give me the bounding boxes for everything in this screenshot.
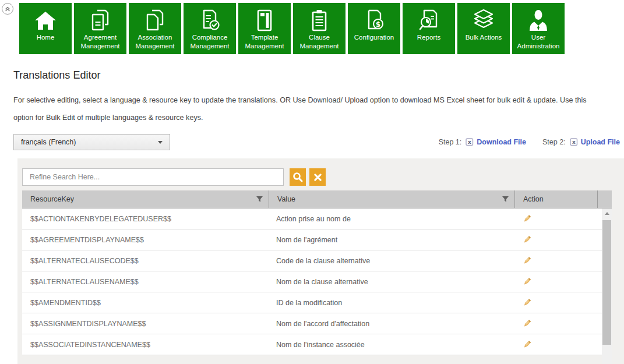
tile-label: Association Management xyxy=(129,33,181,50)
download-upload-steps: Step 1: x Download File Step 2: x Upload… xyxy=(439,138,620,146)
step1-label: Step 1: xyxy=(439,138,462,146)
table-row: $$ASSIGNMENTDISPLAYNAME$$ Nom de l'accor… xyxy=(22,313,612,334)
tile-label: Configuration xyxy=(348,33,400,42)
tile-association-management[interactable]: Association Management xyxy=(129,3,181,54)
value-cell: Nom de l'agrément xyxy=(269,236,515,244)
table-row: $$ASSOCIATEDINSTANCENAME$$ Nom de l'inst… xyxy=(22,334,612,355)
tile-label: Clause Management xyxy=(294,33,345,50)
svg-text:x: x xyxy=(468,139,471,145)
association-documents-icon xyxy=(142,8,168,33)
step2-label: Step 2: xyxy=(542,138,566,146)
header-resourcekey: ResourceKey xyxy=(22,190,269,208)
tile-label: Bulk Actions xyxy=(458,33,509,42)
page-description: For selective editing, select a language… xyxy=(13,91,608,126)
triangle-up-icon xyxy=(605,212,609,215)
filter-funnel-icon[interactable] xyxy=(256,196,263,203)
translations-panel: ResourceKey Value Action $$ACTIONTA xyxy=(17,158,624,364)
close-icon xyxy=(314,174,322,181)
value-cell: ID de la modification xyxy=(269,299,515,307)
tile-configuration[interactable]: $ Configuration xyxy=(348,3,400,54)
tile-user-administration[interactable]: User Administration xyxy=(512,3,565,54)
search-input[interactable] xyxy=(22,168,284,186)
table-row: $$ALTERNATECLAUSENAME$$ Nom de la clause… xyxy=(22,271,612,292)
tile-template-management[interactable]: Template Management xyxy=(238,3,291,54)
reports-magnifier-document-icon xyxy=(416,8,442,33)
header-action: Action xyxy=(515,190,598,208)
tile-reports[interactable]: Reports xyxy=(403,3,455,54)
tile-agreement-management[interactable]: Agreement Management xyxy=(74,3,126,54)
value-cell: Nom de la clause alternative xyxy=(269,278,515,286)
language-dropdown[interactable]: français (French) xyxy=(13,134,170,150)
configuration-dollar-document-icon: $ xyxy=(361,8,387,33)
resource-key-cell: $$ASSOCIATEDINSTANCENAME$$ xyxy=(22,341,269,349)
tile-label: Compliance Management xyxy=(184,33,235,50)
header-resourcekey-label: ResourceKey xyxy=(30,195,74,203)
translations-table: ResourceKey Value Action $$ACTIONTA xyxy=(22,190,612,355)
resource-key-cell: $$ALTERNATECLAUSECODE$$ xyxy=(22,257,269,265)
tile-bulk-actions[interactable]: Bulk Actions xyxy=(457,3,510,54)
download-file-link[interactable]: Download File xyxy=(477,138,526,146)
resource-key-cell: $$ASSIGNMENTDISPLAYNAME$$ xyxy=(22,320,269,328)
language-selected-value: français (French) xyxy=(14,138,158,146)
user-person-icon xyxy=(526,8,551,33)
tile-clause-management[interactable]: Clause Management xyxy=(293,3,346,54)
table-scrollbar[interactable] xyxy=(602,208,612,364)
edit-pencil-icon[interactable] xyxy=(523,235,531,244)
header-filler xyxy=(598,190,612,208)
scrollbar-thumb[interactable] xyxy=(602,220,611,345)
template-layout-icon xyxy=(252,8,277,33)
tile-label: Template Management xyxy=(239,33,290,50)
value-cell: Action prise au nom de xyxy=(269,215,515,223)
page-title: Translations Editor xyxy=(13,69,100,82)
value-cell: Nom de l'instance associée xyxy=(269,341,515,349)
home-icon xyxy=(33,8,58,33)
translations-editor-screen: Home Agreement Management Associatio xyxy=(0,0,624,364)
action-cell xyxy=(515,277,598,286)
clear-search-button[interactable] xyxy=(309,168,326,186)
table-header-row: ResourceKey Value Action xyxy=(22,190,612,208)
edit-pencil-icon[interactable] xyxy=(523,214,531,223)
resource-key-cell: $$AGREEMENTDISPLAYNAME$$ xyxy=(22,236,269,244)
dropdown-arrow-icon xyxy=(158,141,163,144)
action-cell xyxy=(515,235,598,244)
table-row: $$AGREEMENTDISPLAYNAME$$ Nom de l'agréme… xyxy=(22,229,612,250)
edit-pencil-icon[interactable] xyxy=(523,277,531,286)
edit-pencil-icon[interactable] xyxy=(523,340,531,349)
edit-pencil-icon[interactable] xyxy=(523,298,531,307)
svg-text:$: $ xyxy=(376,20,380,29)
bulk-actions-layers-icon xyxy=(471,8,496,33)
upload-file-link[interactable]: Upload File xyxy=(581,138,620,146)
tile-compliance-management[interactable]: Compliance Management xyxy=(184,3,236,54)
table-row: $$ACTIONTAKENBYDELEGATEDUSER$$ Action pr… xyxy=(22,208,612,229)
edit-pencil-icon[interactable] xyxy=(523,256,531,265)
agreement-documents-icon xyxy=(87,8,113,33)
edit-pencil-icon[interactable] xyxy=(523,319,531,328)
header-value-label: Value xyxy=(277,195,295,203)
table-row: $$ALTERNATECLAUSECODE$$ Code de la claus… xyxy=(22,250,612,271)
compliance-check-document-icon xyxy=(197,8,223,33)
action-cell xyxy=(515,256,598,265)
resource-key-cell: $$ALTERNATECLAUSENAME$$ xyxy=(22,278,269,286)
tile-label: Home xyxy=(20,33,71,42)
search-button[interactable] xyxy=(290,168,306,186)
scrollbar-up-button[interactable] xyxy=(602,208,612,218)
value-cell: Nom de l'accord d'affectation xyxy=(269,320,515,328)
value-cell: Code de la clause alternative xyxy=(269,257,515,265)
tile-label: Agreement Management xyxy=(75,33,126,50)
action-cell xyxy=(515,340,598,349)
action-cell xyxy=(515,214,598,223)
filter-funnel-icon[interactable] xyxy=(502,196,509,203)
tile-home[interactable]: Home xyxy=(19,3,72,54)
clause-clipboard-icon xyxy=(306,8,332,33)
resource-key-cell: $$ACTIONTAKENBYDELEGATEDUSER$$ xyxy=(22,215,269,223)
svg-text:x: x xyxy=(572,139,576,145)
chevron-double-up-icon xyxy=(4,5,11,12)
excel-file-icon: x xyxy=(570,138,578,146)
header-value: Value xyxy=(269,190,515,208)
resource-key-cell: $$AMENDMENTID$$ xyxy=(22,299,269,307)
collapse-nav-button[interactable] xyxy=(2,3,13,15)
action-cell xyxy=(515,298,598,307)
table-body: $$ACTIONTAKENBYDELEGATEDUSER$$ Action pr… xyxy=(22,208,612,355)
search-icon xyxy=(292,172,303,182)
header-action-label: Action xyxy=(523,195,544,203)
